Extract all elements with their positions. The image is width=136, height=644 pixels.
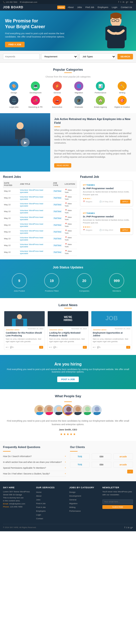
news-tag-3: Jobseeker advice — [93, 329, 106, 331]
news-read-more-1[interactable]: + — [39, 346, 43, 349]
category-digital[interactable]: 🎯 Digital & Creative — [112, 96, 132, 108]
footer-link-find[interactable]: Find A Job — [36, 502, 45, 505]
title-divider — [64, 72, 72, 73]
table-row[interactable]: May 22 Volunteer WordPress lead speciali… — [3, 194, 77, 201]
footer-col-newsletter: NEWSLETTER You'll never miss WordPress j… — [102, 486, 133, 520]
news-excerpt-3: Nam ex urna, interdum condimentum. Sed e… — [93, 338, 130, 343]
subscribe-button[interactable]: SUBSCRIBE — [102, 505, 133, 509]
category-automotive[interactable]: 🚗 Automotive — [47, 96, 67, 108]
linkedin-icon[interactable]: in — [123, 1, 124, 3]
news-footer-1: ♥ 0 💬 0 + — [4, 345, 45, 350]
svg-point-29 — [66, 407, 71, 412]
category-marketing[interactable]: 📣 Marketing & PR — [26, 96, 45, 108]
news-title: Latest News — [4, 303, 132, 307]
footer-cat-perf[interactable]: Performance — [69, 510, 81, 512]
development-label: Development — [30, 92, 41, 94]
footer-cat-design[interactable]: Design — [69, 491, 76, 493]
requirement-select[interactable]: Requirement — [41, 53, 78, 60]
footer-link-home[interactable]: Home — [36, 491, 41, 493]
category-writing[interactable]: ✏️ Writing — [112, 82, 132, 94]
svg-point-35 — [95, 407, 100, 412]
rss-icon[interactable]: rss — [130, 1, 133, 3]
category-estate[interactable]: 🏠 Estate Agency — [91, 96, 110, 108]
news-image-2: WE'REHIRING — [48, 311, 88, 326]
category-design[interactable]: 🎨 Design — [4, 82, 24, 94]
play-button[interactable] — [21, 138, 30, 147]
news-read-more-3[interactable]: + — [126, 346, 130, 349]
social-links[interactable]: f t in g+ rss — [118, 1, 133, 3]
news-grid: Jobseeker advice November 20, 2013 Candi… — [4, 311, 132, 350]
recent-jobs-title: Recent Jobs — [3, 175, 77, 179]
nav-contact[interactable]: Contact Us — [120, 6, 133, 9]
footer-cat-general[interactable]: General — [69, 499, 76, 501]
featured-job-title-2: Sr. PHP Programmer needed — [83, 215, 130, 218]
nav-find-job[interactable]: Find Job — [84, 6, 95, 9]
twitter-icon[interactable]: t — [120, 1, 121, 3]
faq-item-1[interactable]: How Do I Search Information? + — [3, 454, 66, 459]
googleplus-icon[interactable]: g+ — [126, 1, 128, 3]
nav-home[interactable]: Home — [57, 6, 65, 9]
keywords-input[interactable] — [3, 54, 40, 60]
apply-button-2[interactable]: APPLY — [120, 228, 130, 232]
category-migration[interactable]: 🌐 Migration — [69, 82, 89, 94]
table-row[interactable]: May 22 Volunteer WordPress lead speciali… — [3, 249, 77, 256]
table-row[interactable]: May 22 Volunteer WordPress lead speciali… — [3, 228, 77, 235]
footer-facebook-icon[interactable]: f — [124, 526, 125, 529]
footer-linkedin-icon[interactable]: in — [128, 526, 129, 529]
featured-location-2: 📍 Niagara — [83, 229, 92, 231]
category-development[interactable]: 💻 Development — [26, 82, 45, 94]
faq-chevron-3: + — [65, 467, 66, 469]
navbar: JOB BOARD Home About Jobs Find Job Emplo… — [0, 4, 136, 11]
news-excerpt-2: Nam ex urna, interdum condimentum. Sed e… — [49, 338, 87, 343]
job-type-select[interactable]: Job Types — [79, 53, 116, 60]
table-row[interactable]: May 22 Volunteer WordPress lead speciali… — [3, 235, 77, 242]
svg-point-25 — [47, 407, 52, 412]
phone-info: 📞 123 456 7890 — [3, 1, 17, 3]
table-row[interactable]: May 22 Volunteer WordPress lead speciali… — [3, 242, 77, 249]
nav-about[interactable]: About — [67, 6, 75, 9]
facebook-icon[interactable]: f — [118, 1, 119, 3]
footer-link-employers[interactable]: Employers — [36, 510, 46, 512]
faq-item-2[interactable]: In which section how and when do we shar… — [3, 459, 66, 465]
news-article-title-2: Looking for a Highly Motivated Producer … — [49, 332, 87, 337]
clients-more-button[interactable]: › — [127, 470, 133, 473]
table-row[interactable]: May 22 Volunteer WordPress lead speciali… — [3, 208, 77, 215]
search-button[interactable]: SEARCH — [117, 54, 133, 59]
nav-login[interactable]: Login — [111, 6, 118, 9]
footer-googleplus-icon[interactable]: g+ — [130, 526, 133, 529]
table-row[interactable]: May 22 Volunteer WordPress lead speciali… — [3, 215, 77, 222]
table-row[interactable]: May 22 Volunteer WordPress lead speciali… — [3, 222, 77, 228]
nav-employers[interactable]: Employers — [97, 6, 109, 9]
migration-icon: 🌐 — [74, 82, 83, 91]
post-job-button[interactable]: POST A JOB — [57, 377, 79, 382]
job-date: May 22 — [3, 201, 19, 208]
footer-link-login[interactable]: Login — [36, 514, 41, 516]
nav-jobs[interactable]: Jobs — [76, 6, 83, 9]
news-read-more-2[interactable]: + — [83, 346, 87, 349]
category-performance[interactable]: 📊 Performance — [91, 82, 110, 94]
faq-item-4[interactable]: How Do I Feel when I become a Student, f… — [3, 471, 66, 477]
faq-item-3[interactable]: Special Permissions Applicable To Member… — [3, 465, 66, 471]
recent-jobs: Recent Jobs DATE POSTED JOB TITLE JOB TY… — [3, 175, 77, 256]
table-row[interactable]: May 22 Volunteer WordPress lead speciali… — [3, 188, 77, 194]
footer-cat-migration[interactable]: Migration — [69, 502, 78, 505]
footer-link-contact[interactable]: Contact — [36, 517, 43, 520]
svg-rect-3 — [122, 27, 126, 41]
newsletter-email-input[interactable] — [102, 499, 133, 504]
find-job-button[interactable]: FIND A JOB — [5, 42, 25, 47]
read-more-button[interactable]: READ MORE — [54, 163, 71, 168]
category-legal[interactable]: ⚖️ Legal jobs — [4, 96, 24, 108]
category-general[interactable]: ⚡ General — [47, 82, 67, 94]
footer-link-about[interactable]: About — [36, 495, 41, 497]
footer-link-post[interactable]: Post A Job — [36, 506, 46, 508]
footer-twitter-icon[interactable]: t — [126, 526, 127, 529]
table-row[interactable]: May 22 Volunteer WordPress lead speciali… — [3, 201, 77, 208]
footer-link-jobs[interactable]: Jobs — [36, 499, 40, 501]
footer-social-links[interactable]: f t in g+ — [124, 526, 133, 529]
footer-cat-dev[interactable]: Development — [69, 495, 81, 497]
footer-cat-writing[interactable]: Writing — [69, 506, 76, 508]
apply-button-1[interactable]: APPLY — [120, 200, 130, 204]
category-graduate[interactable]: 🎓 Graduate — [69, 96, 89, 108]
featured-card-2: 9TTTHEMES Sr. PHP Programmer needed Accu… — [80, 209, 133, 234]
client-logo-3: arcade — [113, 454, 133, 460]
